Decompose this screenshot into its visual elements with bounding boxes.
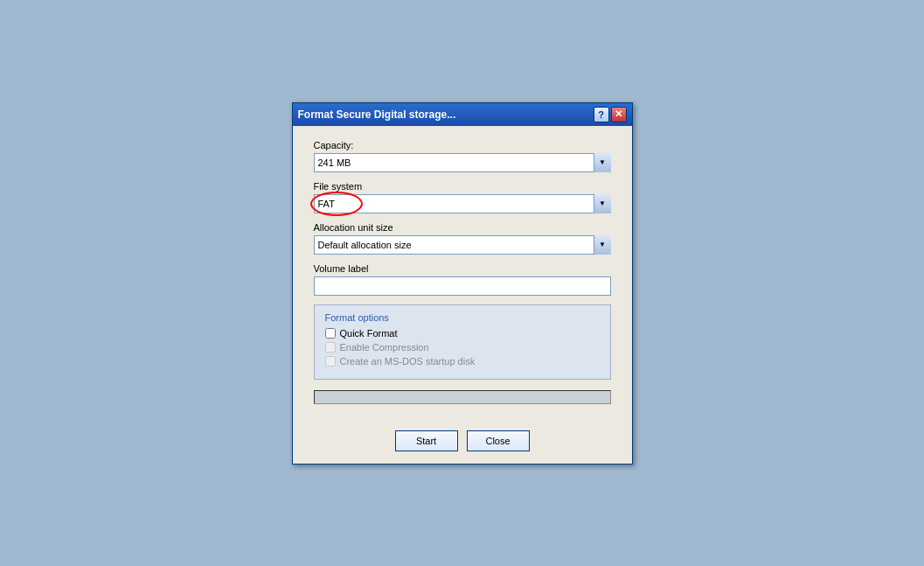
enable-compression-row: Enable Compression (325, 342, 600, 353)
capacity-label: Capacity: (314, 140, 611, 150)
dialog-title: Format Secure Digital storage... (298, 108, 594, 121)
allocation-label: Allocation unit size (314, 222, 611, 233)
capacity-group: Capacity: 241 MB (314, 140, 611, 172)
enable-compression-checkbox (325, 342, 336, 353)
capacity-select[interactable]: 241 MB (314, 153, 611, 172)
close-button[interactable]: Close (467, 430, 530, 451)
enable-compression-label: Enable Compression (340, 342, 429, 353)
help-button[interactable]: ? (594, 107, 609, 122)
dialog-footer: Start Close (293, 430, 632, 464)
quick-format-row: Quick Format (325, 328, 600, 339)
ms-dos-row: Create an MS-DOS startup disk (325, 356, 600, 367)
capacity-select-wrapper: 241 MB (314, 153, 611, 172)
dialog-body: Capacity: 241 MB File system FAT Allocat… (293, 126, 632, 430)
allocation-select-wrapper: Default allocation size (314, 235, 611, 255)
filesystem-select-wrapper: FAT (314, 194, 611, 213)
volume-label-group: Volume label (314, 263, 611, 296)
volume-label-input[interactable] (314, 276, 611, 296)
allocation-group: Allocation unit size Default allocation … (314, 222, 611, 255)
quick-format-label[interactable]: Quick Format (340, 328, 398, 339)
progress-bar-container (314, 390, 611, 404)
volume-label-label: Volume label (314, 263, 611, 274)
ms-dos-label: Create an MS-DOS startup disk (340, 356, 476, 367)
title-bar-buttons: ? ✕ (594, 107, 627, 122)
start-button[interactable]: Start (395, 430, 458, 451)
filesystem-label: File system (314, 181, 611, 192)
title-close-button[interactable]: ✕ (611, 107, 627, 122)
allocation-select[interactable]: Default allocation size (314, 235, 611, 255)
title-bar: Format Secure Digital storage... ? ✕ (293, 103, 632, 126)
filesystem-select[interactable]: FAT (314, 194, 611, 213)
quick-format-checkbox[interactable] (325, 328, 336, 339)
format-options-group: Format options Quick Format Enable Compr… (314, 304, 611, 380)
filesystem-group: File system FAT (314, 181, 611, 213)
ms-dos-checkbox (325, 356, 336, 367)
format-options-title: Format options (325, 312, 600, 323)
format-dialog: Format Secure Digital storage... ? ✕ Cap… (292, 102, 633, 465)
